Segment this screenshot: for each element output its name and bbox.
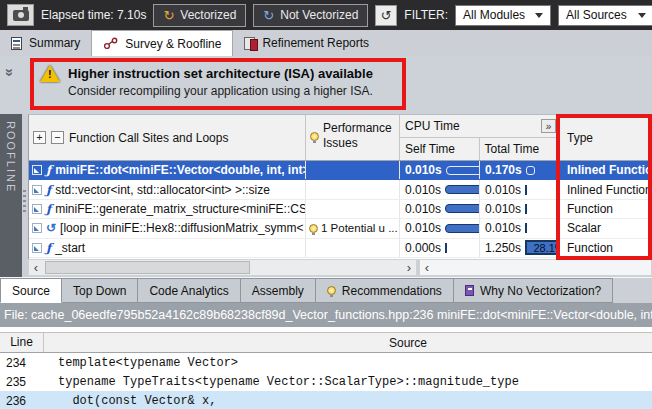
jump-to-source-icon[interactable] — [32, 243, 42, 253]
source-line-highlighted[interactable]: 236 dot(const Vector& x, — [0, 391, 652, 409]
table-row[interactable]: ƒstd::vector<int, std::allocator<int> >:… — [29, 180, 652, 199]
column-function-label: Function Call Sites and Loops — [69, 131, 228, 145]
vectorized-filter-button[interactable]: ↻ Vectorized — [153, 4, 246, 27]
tab-code-analytics[interactable]: Code Analytics — [138, 278, 240, 303]
annotation-red-box-banner: ! Higher instruction set architecture (I… — [30, 58, 406, 110]
jump-to-source-icon[interactable] — [32, 185, 42, 195]
jump-to-source-icon[interactable] — [32, 165, 42, 175]
lightbulb-icon — [310, 132, 319, 141]
tab-survey-roofline[interactable]: Survey & Roofline — [91, 30, 233, 56]
refinement-icon — [244, 37, 255, 50]
row-type: Function — [567, 241, 613, 255]
total-time-value: 0.170s — [485, 163, 522, 177]
code-text: typename TypeTraits<typename Vector::Sca… — [44, 375, 519, 389]
tab-code-analytics-label: Code Analytics — [149, 284, 228, 298]
table-row[interactable]: ƒminiFE::generate_matrix_structure<miniF… — [29, 200, 652, 219]
table-row[interactable]: ↺[loop in miniFE::Hex8::diffusionMatrix_… — [29, 219, 652, 238]
column-header-self-time[interactable]: Self Time — [400, 138, 480, 160]
modules-dropdown[interactable]: All Modules — [455, 5, 551, 26]
total-time-bar — [525, 204, 527, 214]
camera-icon — [13, 10, 29, 21]
source-line[interactable]: 235 typename TypeTraits<typename Vector:… — [0, 372, 652, 391]
banner-subtitle: Consider recompiling your application us… — [68, 84, 396, 98]
roofline-icon — [103, 37, 118, 50]
roofline-vertical-label: ROOFLINE — [5, 121, 17, 277]
row-function-name: std::vector<int, std::allocator<int> >::… — [55, 183, 270, 197]
source-header: Line Source — [0, 332, 652, 353]
clear-filter-button[interactable]: ↺ — [375, 5, 397, 26]
total-time-value: 1.250s — [485, 241, 521, 255]
source-line[interactable]: 234 template<typename Vector> — [0, 353, 652, 372]
snapshot-button[interactable] — [7, 4, 34, 26]
tab-top-down[interactable]: Top Down — [62, 278, 138, 303]
expand-columns-button[interactable]: » — [541, 119, 556, 133]
expand-all-button[interactable]: + — [33, 131, 46, 144]
function-icon: ƒ — [46, 183, 51, 197]
row-type: Inlined Function — [567, 163, 652, 177]
tab-why-no-vectorization[interactable]: Why No Vectorization? — [454, 278, 613, 303]
jump-to-source-icon[interactable] — [32, 223, 42, 233]
collapse-chevron-icon[interactable]: » — [2, 68, 19, 76]
self-time-bar — [445, 185, 480, 194]
survey-grid: + − Function Call Sites and Loops Perfor… — [28, 114, 652, 259]
scroll-right-icon[interactable]: › — [402, 260, 416, 275]
row-type: Function — [567, 202, 613, 216]
self-time-bar — [445, 243, 447, 253]
grid-rows: ƒminiFE::dot<miniFE::Vector<double, int,… — [29, 161, 652, 258]
column-header-source: Source — [104, 333, 652, 352]
horizontal-scrollbar-left[interactable]: ‹ › — [28, 259, 417, 276]
row-function-name: miniFE::dot<miniFE::Vector<double, int, … — [55, 163, 306, 177]
column-header-cpu-time: CPU Time » Self Time Total Time — [400, 115, 560, 160]
elapsed-time-label: Elapsed time: 7.10s — [41, 8, 146, 22]
banner-title: Higher instruction set architecture (ISA… — [68, 66, 373, 81]
sources-dropdown[interactable]: All Sources — [558, 5, 652, 26]
horizontal-scrollbar-right[interactable]: ‹ — [419, 259, 652, 276]
tab-recommendations[interactable]: Recommendations — [316, 278, 454, 303]
line-number: 234 — [0, 356, 44, 370]
collapse-all-button[interactable]: − — [51, 131, 64, 144]
not-vectorized-filter-button[interactable]: ↻ Not Vectorized — [253, 4, 368, 27]
column-cpu-label: CPU Time — [405, 119, 460, 133]
tab-refinement-reports[interactable]: Refinement Reports — [233, 30, 380, 56]
function-icon: ƒ — [46, 163, 51, 177]
function-icon: ƒ — [46, 202, 51, 216]
grid-header: + − Function Call Sites and Loops Perfor… — [29, 115, 652, 161]
column-header-total-time[interactable]: Total Time — [480, 138, 560, 160]
tab-summary[interactable]: Summary — [0, 30, 91, 56]
self-time-bar — [445, 204, 480, 213]
file-info-bar: File: cache_06eedfe795b52a4162c89b68238c… — [0, 303, 652, 327]
tab-top-down-label: Top Down — [73, 284, 126, 298]
column-self-label: Self Time — [405, 142, 455, 156]
self-time-value: 0.010s — [405, 183, 441, 197]
jump-to-source-icon[interactable] — [32, 204, 42, 214]
table-row[interactable]: ƒ_start 0.000s 1.250s28.1% Function — [29, 239, 652, 258]
column-header-issues[interactable]: Performance Issues — [306, 115, 400, 160]
self-time-value: 0.000s — [405, 241, 441, 255]
cpu-time-group-header[interactable]: CPU Time » — [400, 115, 559, 138]
column-header-function[interactable]: + − Function Call Sites and Loops — [29, 115, 306, 160]
column-issues-label: Performance Issues — [323, 121, 396, 151]
warning-triangle-icon: ! — [40, 65, 60, 82]
column-type-label: Type — [567, 131, 593, 145]
column-header-type[interactable]: Type — [560, 115, 652, 160]
scrollbar-thumb[interactable] — [45, 261, 250, 274]
not-vectorized-label: Not Vectorized — [280, 8, 358, 22]
vectorized-loop-icon: ↻ — [163, 9, 174, 22]
table-row[interactable]: ƒminiFE::dot<miniFE::Vector<double, int,… — [29, 161, 652, 180]
tab-source[interactable]: Source — [0, 278, 62, 303]
tab-assembly[interactable]: Assembly — [241, 278, 316, 303]
warning-banner-area: » ! Higher instruction set architecture … — [0, 56, 652, 114]
chevron-down-icon — [638, 13, 646, 18]
self-time-value: 0.010s — [405, 163, 442, 177]
scroll-left-icon[interactable]: ‹ — [29, 260, 43, 275]
total-time-value: 0.010s — [485, 221, 521, 235]
scroll-left-icon[interactable]: ‹ — [420, 260, 434, 275]
roofline-vertical-tab[interactable]: ROOFLINE — [0, 114, 22, 277]
loop-icon: ↺ — [46, 221, 56, 235]
summary-icon — [11, 37, 22, 50]
row-issues: 1 Potential u ... — [321, 222, 398, 234]
code-text: dot(const Vector& x, — [44, 394, 216, 408]
row-function-name: [loop in miniFE::Hex8::diffusionMatrix_s… — [60, 221, 304, 235]
filter-label: FILTER: — [404, 8, 448, 22]
toolbar: Elapsed time: 7.10s ↻ Vectorized ↻ Not V… — [0, 0, 652, 30]
